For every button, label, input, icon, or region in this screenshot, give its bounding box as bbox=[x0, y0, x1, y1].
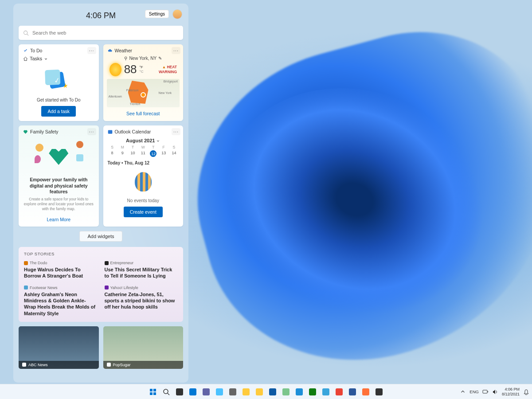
svg-rect-9 bbox=[483, 390, 487, 393]
search-box[interactable] bbox=[19, 26, 183, 40]
taskbar-settings-icon[interactable] bbox=[227, 386, 239, 398]
chevron-down-icon bbox=[156, 139, 160, 143]
weather-more-button[interactable]: ··· bbox=[172, 47, 180, 54]
svg-rect-10 bbox=[488, 391, 488, 392]
source-icon bbox=[107, 363, 111, 367]
todo-title: To Do bbox=[30, 48, 42, 53]
taskbar-terminal-icon[interactable] bbox=[373, 386, 385, 398]
taskbar-photos-icon[interactable] bbox=[214, 386, 225, 398]
svg-point-7 bbox=[164, 389, 168, 394]
svg-line-8 bbox=[168, 393, 169, 395]
top-stories-card: TOP STORIES The DodoHuge Walrus Decides … bbox=[19, 247, 183, 322]
calendar-day[interactable]: 9 bbox=[118, 150, 127, 157]
temperature-units[interactable]: °F °C bbox=[140, 65, 144, 74]
family-icon bbox=[23, 129, 28, 134]
calendar-dow: F bbox=[159, 145, 168, 149]
weather-title: Weather bbox=[115, 48, 133, 53]
search-input[interactable] bbox=[32, 30, 179, 35]
heat-warning: ▲ HEAT WARNING bbox=[146, 65, 177, 74]
family-more-button[interactable]: ··· bbox=[87, 128, 96, 135]
widgets-panel: 4:06 PM Settings ··· To Do Tasks ✓★ Get … bbox=[13, 4, 188, 383]
settings-button[interactable]: Settings bbox=[145, 10, 169, 18]
create-event-button[interactable]: Create event bbox=[124, 207, 163, 217]
calendar-dow: S bbox=[108, 145, 117, 149]
family-illustration bbox=[23, 137, 94, 175]
language-indicator[interactable]: ENG bbox=[469, 389, 479, 394]
news-thumbnail[interactable]: ABC News bbox=[19, 326, 99, 369]
calendar-title: Outlook Calendar bbox=[115, 129, 151, 134]
taskbar-clock[interactable]: 4:06 PM 8/12/2021 bbox=[502, 387, 520, 396]
svg-line-1 bbox=[27, 34, 28, 35]
notifications-icon[interactable] bbox=[523, 389, 529, 395]
calendar-dow: S bbox=[169, 145, 179, 149]
calendar-more-button[interactable]: ··· bbox=[172, 128, 180, 135]
volume-icon[interactable] bbox=[492, 389, 498, 395]
see-forecast-link[interactable]: See full forecast bbox=[108, 111, 179, 116]
top-stories-heading: TOP STORIES bbox=[24, 251, 178, 256]
calendar-dow: W bbox=[138, 145, 148, 149]
calendar-month[interactable]: August 2021 bbox=[108, 138, 179, 143]
outlook-icon bbox=[108, 129, 113, 134]
calendar-grid[interactable]: SMTWTFS891011121314 bbox=[108, 145, 179, 157]
taskbar-chrome-icon[interactable] bbox=[333, 386, 345, 398]
svg-rect-5 bbox=[150, 392, 153, 395]
todo-caption: Get started with To Do bbox=[23, 98, 94, 102]
tasks-dropdown[interactable]: Tasks bbox=[23, 56, 94, 61]
add-task-button[interactable]: Add a task bbox=[41, 106, 76, 117]
home-icon bbox=[23, 56, 28, 61]
news-item[interactable]: EntrepreneurUse This Secret Military Tri… bbox=[105, 261, 178, 279]
family-subtext: Create a safe space for your kids to exp… bbox=[23, 197, 94, 211]
calendar-day[interactable]: 14 bbox=[169, 150, 179, 157]
news-source: Yahoo! Lifestyle bbox=[110, 286, 138, 290]
svg-rect-6 bbox=[153, 392, 156, 395]
source-icon bbox=[24, 286, 28, 289]
weather-icon bbox=[108, 48, 113, 53]
todo-icon bbox=[23, 48, 28, 53]
taskbar-word-icon[interactable] bbox=[347, 386, 358, 398]
news-item[interactable]: Yahoo! LifestyleCatherine Zeta-Jones, 51… bbox=[105, 286, 178, 317]
calendar-day[interactable]: 13 bbox=[159, 150, 168, 157]
temperature-value: 88 bbox=[124, 63, 137, 76]
weather-location[interactable]: ⚲ New York, NY ✎ bbox=[108, 56, 179, 61]
add-widgets-button[interactable]: Add widgets bbox=[79, 231, 123, 242]
calendar-dow: T bbox=[128, 145, 137, 149]
user-avatar[interactable] bbox=[172, 9, 182, 19]
taskbar-xbox-icon[interactable] bbox=[307, 386, 318, 398]
location-pin-icon: ⚲ bbox=[124, 56, 127, 61]
news-item[interactable]: Footwear NewsAshley Graham's Neon Minidr… bbox=[24, 286, 98, 317]
news-headline: Huge Walrus Decides To Borrow A Stranger… bbox=[24, 266, 98, 279]
news-source: Entrepreneur bbox=[110, 261, 134, 265]
taskbar-folder-icon[interactable] bbox=[254, 386, 265, 398]
calendar-today-label: Today • Thu, Aug 12 bbox=[108, 160, 179, 165]
calendar-day[interactable]: 8 bbox=[108, 150, 117, 157]
taskbar-firefox-icon[interactable] bbox=[360, 386, 372, 398]
taskbar-start-icon[interactable] bbox=[147, 386, 159, 398]
news-headline: Catherine Zeta-Jones, 51, sports a strip… bbox=[105, 291, 178, 310]
calendar-day[interactable]: 11 bbox=[138, 150, 148, 157]
news-source: Footwear News bbox=[30, 286, 58, 290]
thumb-source: PopSugar bbox=[113, 363, 131, 367]
taskbar-chat-icon[interactable] bbox=[200, 386, 212, 398]
calendar-day[interactable]: 10 bbox=[128, 150, 137, 157]
family-learn-more-link[interactable]: Learn More bbox=[23, 217, 94, 222]
family-title: Family Safety bbox=[30, 129, 59, 134]
taskbar-widgets-icon[interactable] bbox=[187, 386, 199, 398]
calendar-dow: T bbox=[149, 145, 158, 149]
news-thumbnail[interactable]: PopSugar bbox=[103, 326, 184, 369]
taskbar-search-icon[interactable] bbox=[160, 386, 172, 398]
tray-chevron-icon[interactable] bbox=[460, 389, 466, 395]
taskbar-edge-icon[interactable] bbox=[267, 386, 278, 398]
network-icon[interactable] bbox=[482, 389, 489, 395]
edit-icon[interactable]: ✎ bbox=[158, 56, 162, 61]
svg-rect-3 bbox=[150, 389, 153, 391]
taskbar-maps-icon[interactable] bbox=[320, 386, 332, 398]
family-widget: ··· Family Safety Empower your family wi… bbox=[19, 125, 99, 227]
calendar-day[interactable]: 12 bbox=[150, 150, 156, 157]
taskbar-store-icon[interactable] bbox=[293, 386, 305, 398]
taskbar-sticky-icon[interactable] bbox=[280, 386, 292, 398]
todo-more-button[interactable]: ··· bbox=[87, 47, 96, 54]
taskbar-task-view-icon[interactable] bbox=[174, 386, 185, 398]
news-item[interactable]: The DodoHuge Walrus Decides To Borrow A … bbox=[24, 261, 98, 279]
taskbar-explorer-icon[interactable] bbox=[240, 386, 252, 398]
weather-map[interactable]: Bridgeport Paterson New York Allentown T… bbox=[107, 79, 180, 107]
